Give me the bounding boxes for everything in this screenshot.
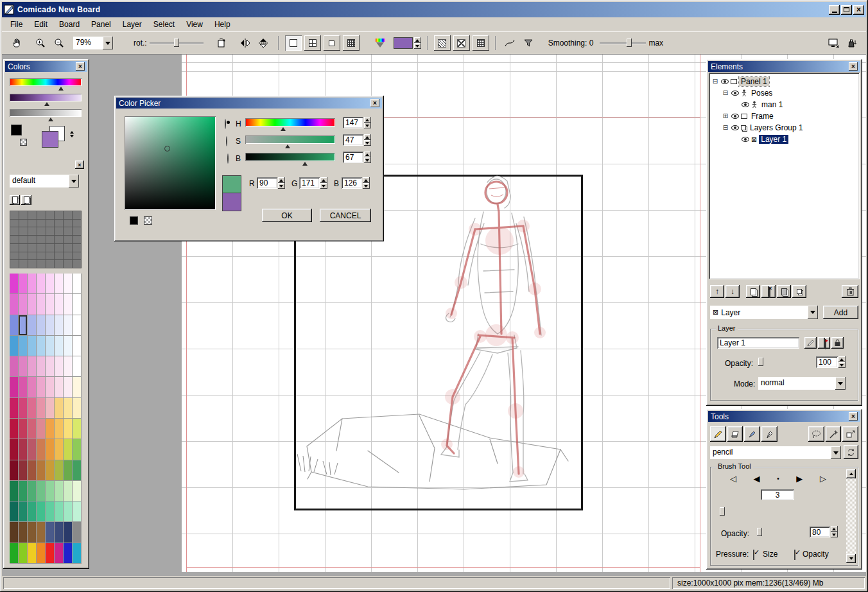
pattern-cross-button[interactable] xyxy=(453,35,470,51)
blend-mode-select[interactable]: normal xyxy=(758,377,846,390)
move-down-button[interactable]: ↓ xyxy=(725,285,740,298)
hue-slider-marker[interactable] xyxy=(281,127,286,131)
palette-dropdown-button[interactable] xyxy=(69,175,79,187)
collapse-icon[interactable]: ⊟ xyxy=(722,90,729,96)
palette-swatch[interactable] xyxy=(37,336,46,356)
palette-swatch[interactable] xyxy=(73,439,82,460)
close-button[interactable]: × xyxy=(853,5,864,15)
palette-swatch[interactable] xyxy=(28,315,37,336)
gray-swatch[interactable] xyxy=(46,227,55,235)
palette-swatch[interactable] xyxy=(73,419,82,439)
menu-file[interactable]: File xyxy=(4,18,28,31)
mode-dropdown-button[interactable] xyxy=(835,377,846,390)
palette-swatch[interactable] xyxy=(28,460,37,481)
saturation-brightness-field[interactable] xyxy=(125,116,216,210)
smoothing-slider[interactable] xyxy=(600,37,646,49)
paste-element-button[interactable] xyxy=(777,285,791,298)
palette-swatch[interactable] xyxy=(19,501,28,522)
spin-down-icon[interactable] xyxy=(278,183,285,189)
expand-icon[interactable]: ⊞ xyxy=(722,113,729,119)
smoothing-slider-thumb[interactable] xyxy=(627,39,632,47)
spin-up-icon[interactable] xyxy=(364,152,371,157)
spin-down-icon[interactable] xyxy=(838,362,846,368)
reload-presets-button[interactable] xyxy=(844,445,858,459)
move-up-button[interactable]: ↑ xyxy=(710,285,724,298)
picker-black-swatch[interactable] xyxy=(130,216,138,225)
preview-display-button[interactable] xyxy=(825,35,841,51)
gray-swatch[interactable] xyxy=(46,211,55,219)
brightness-bar[interactable] xyxy=(10,109,82,117)
gray-swatch[interactable] xyxy=(55,252,63,260)
spin-up-icon[interactable] xyxy=(831,526,838,532)
zoom-out-button[interactable] xyxy=(51,35,67,51)
pen-tool-button[interactable] xyxy=(761,426,777,442)
palette-swatch[interactable] xyxy=(64,377,73,397)
palette-swatch[interactable] xyxy=(28,336,37,356)
palette-swatch[interactable] xyxy=(10,501,19,522)
copy-element-button[interactable] xyxy=(746,285,760,298)
palette-swatch[interactable] xyxy=(37,501,46,522)
clear-color-button[interactable]: × xyxy=(75,161,84,169)
colors-panel-titlebar[interactable]: Colors × xyxy=(5,61,87,72)
palette-swatch[interactable] xyxy=(73,522,82,543)
palette-swatch[interactable] xyxy=(28,356,37,377)
palette-swatch[interactable] xyxy=(64,336,73,356)
brightness-input[interactable]: 67 xyxy=(343,152,363,163)
green-input[interactable]: 171 xyxy=(299,177,320,189)
size-min-button[interactable]: ◁ xyxy=(730,474,736,483)
view-mode-single-button[interactable] xyxy=(285,35,302,51)
elements-panel-close-button[interactable]: × xyxy=(849,62,858,71)
palette-swatch[interactable] xyxy=(37,377,46,397)
palette-swatch[interactable] xyxy=(55,294,64,315)
blue-input[interactable]: 126 xyxy=(342,177,362,189)
palette-swatch[interactable] xyxy=(73,398,82,419)
swap-colors-button[interactable] xyxy=(70,131,74,137)
palette-swatch[interactable] xyxy=(55,419,64,439)
gray-swatch[interactable] xyxy=(19,236,28,243)
palette-swatch[interactable] xyxy=(37,460,46,481)
gray-swatch[interactable] xyxy=(64,252,72,260)
palette-swatch[interactable] xyxy=(55,398,64,419)
delete-element-button[interactable] xyxy=(842,285,858,298)
palette-swatch[interactable] xyxy=(37,439,46,460)
hue-spinner[interactable] xyxy=(364,117,371,128)
palette-swatch[interactable] xyxy=(37,274,46,294)
gray-swatch[interactable] xyxy=(55,260,63,268)
saturation-spinner[interactable] xyxy=(364,134,371,146)
palette-swatch[interactable] xyxy=(37,294,46,315)
gray-swatch[interactable] xyxy=(46,260,55,268)
gray-swatch[interactable] xyxy=(64,211,72,219)
picker-transparent-swatch[interactable] xyxy=(144,216,152,225)
merge-elements-button[interactable] xyxy=(792,285,806,298)
palette-swatch[interactable] xyxy=(19,377,28,397)
spin-up-icon[interactable] xyxy=(414,37,421,43)
visibility-icon[interactable] xyxy=(731,114,739,119)
flip-horizontal-button[interactable] xyxy=(238,35,254,51)
palette-swatch[interactable] xyxy=(37,522,46,543)
collapse-icon[interactable]: ⊟ xyxy=(722,125,729,131)
gray-swatch[interactable] xyxy=(28,260,37,268)
palette-swatch[interactable] xyxy=(28,398,37,419)
red-input[interactable]: 90 xyxy=(257,177,277,189)
gray-swatch[interactable] xyxy=(73,244,81,252)
brush-size-input[interactable]: 3 xyxy=(761,489,794,500)
palette-swatch[interactable] xyxy=(64,356,73,377)
spin-down-icon[interactable] xyxy=(320,183,327,189)
palette-swatch[interactable] xyxy=(64,481,73,501)
gray-swatch[interactable] xyxy=(73,220,81,227)
gray-swatch[interactable] xyxy=(37,260,46,268)
minimize-button[interactable] xyxy=(829,5,840,15)
gray-swatch[interactable] xyxy=(19,227,28,235)
palette-swatch[interactable] xyxy=(64,294,73,315)
visibility-icon[interactable] xyxy=(742,137,749,142)
palette-swatch[interactable] xyxy=(73,501,82,522)
gray-swatch[interactable] xyxy=(28,252,37,260)
palette-swatch[interactable] xyxy=(73,294,82,315)
palette-swatch[interactable] xyxy=(64,501,73,522)
element-type-select[interactable]: ⊠Layer xyxy=(710,306,818,319)
view-mode-grid-button[interactable] xyxy=(304,35,321,51)
palette-swatch[interactable] xyxy=(19,439,28,460)
saturation-bar[interactable] xyxy=(10,94,82,101)
gray-swatch[interactable] xyxy=(37,244,46,252)
palette-swatch[interactable] xyxy=(64,315,73,336)
